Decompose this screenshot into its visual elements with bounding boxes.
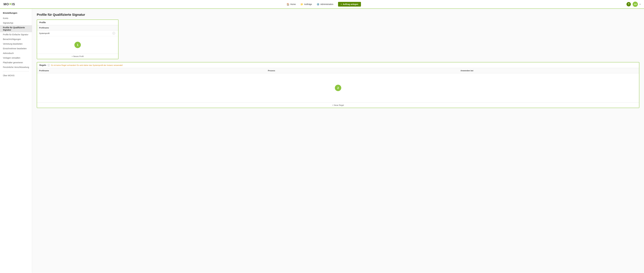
rules-section: Regeln i Es ist keine Regel vorhanden! E… [37, 62, 639, 108]
sidebar-item-benachrichtigungen[interactable]: Benachrichtigungen [0, 37, 32, 41]
profile-info-icon[interactable]: i [112, 32, 115, 34]
header: MO✕IS 🏠 Home 📁 Aufträge ⚙️ Administratio… [0, 0, 644, 9]
sidebar-item-konto[interactable]: Konto [0, 16, 32, 20]
folder-icon: 📁 [300, 3, 303, 6]
profiles-cell-info: i [110, 30, 118, 36]
profiles-table-header-row: Profilname [37, 25, 118, 30]
rules-section-header: Regeln i Es ist keine Regel vorhanden! E… [37, 62, 639, 68]
sidebar: Einstellungen Konto Signaturtyp Profile … [0, 9, 32, 273]
profiles-section-header: Profile [37, 20, 118, 25]
rules-badge: 2 [335, 85, 341, 91]
profiles-table: Profilname Systemprofil i [37, 25, 118, 36]
avatar-chevron-icon[interactable]: ▾ [640, 3, 640, 5]
sidebar-divider [3, 71, 29, 71]
rules-label: Regeln [40, 64, 46, 66]
main-content: Profile für Qualifizierte Signatur Profi… [32, 9, 644, 273]
sidebar-item-profile-einfache[interactable]: Profile für Einfache Signatur [0, 32, 32, 37]
rules-col-actions [627, 68, 639, 73]
sidebar-item-ueber[interactable]: Über MOXIS [0, 73, 32, 78]
home-icon: 🏠 [286, 3, 290, 6]
nav-auftraege[interactable]: 📁 Aufträge [300, 3, 312, 6]
rules-info-icon[interactable]: i [48, 64, 50, 66]
rules-table-header-row: Profilname Prozess Anwenden bei [37, 68, 639, 73]
new-order-label: Auftrag anlegen [343, 3, 358, 5]
sidebar-item-signaturtyp[interactable]: Signaturtyp [0, 20, 32, 25]
rules-col-prozess: Prozess [266, 68, 458, 73]
profiles-badge: 1 [74, 42, 81, 48]
nav-administration-label: Administration [320, 3, 334, 5]
header-right: ? AH ▾ [626, 1, 640, 7]
sidebar-item-vorlagen[interactable]: Vorlagen verwalten [0, 55, 32, 60]
page-title: Profile für Qualifizierte Signatur [37, 13, 639, 17]
rules-col-profilname: Profilname [37, 68, 266, 73]
nav-home[interactable]: 🏠 Home [286, 3, 296, 6]
help-button[interactable]: ? [626, 2, 631, 6]
profiles-section: Profile Profilname Systemprofil i 1 [37, 19, 118, 59]
sidebar-item-einsichnehmer[interactable]: Einsichnehmer bearbeiten [0, 46, 32, 51]
add-rule-button[interactable]: + Neue Regel [37, 102, 639, 108]
add-profile-button[interactable]: + Neues Profil [37, 54, 118, 59]
rules-table: Profilname Prozess Anwenden bei [37, 68, 639, 73]
sidebar-item-vertretung[interactable]: Vertretung bearbeiten [0, 41, 32, 46]
rules-warning: Es ist keine Regel vorhanden! Es wird da… [51, 64, 123, 66]
sidebar-item-profile-qualifizierte[interactable]: Profile für Qualifizierte Signatur [0, 25, 32, 32]
profiles-empty-area: 1 [37, 36, 118, 54]
plus-icon: + [341, 3, 342, 5]
sidebar-item-platzhalter[interactable]: Platzhalter generieren [0, 60, 32, 65]
col-actions-header [110, 25, 118, 30]
rules-col-anwenden: Anwenden bei [458, 68, 627, 73]
sidebar-item-adressbuch[interactable]: Adressbuch [0, 51, 32, 55]
profiles-label: Profile [40, 21, 46, 24]
nav-auftraege-label: Aufträge [304, 3, 312, 5]
sidebar-item-verschluesselung[interactable]: Persönliche Verschlüsselung [0, 65, 32, 69]
avatar[interactable]: AH [632, 1, 638, 7]
profiles-table-row: Systemprofil i [37, 30, 118, 36]
main-nav: 🏠 Home 📁 Aufträge ⚙️ Administration + Au… [21, 2, 626, 6]
nav-administration[interactable]: ⚙️ Administration [316, 3, 334, 6]
gear-icon: ⚙️ [316, 3, 320, 6]
rules-empty-area: 2 [37, 73, 639, 102]
profiles-cell-profilname: Systemprofil [37, 30, 110, 36]
page-layout: Einstellungen Konto Signaturtyp Profile … [0, 9, 644, 273]
sidebar-title: Einstellungen [0, 12, 32, 16]
nav-home-label: Home [290, 3, 296, 5]
logo: MO✕IS [4, 2, 15, 6]
col-profilname-header: Profilname [37, 25, 110, 30]
new-order-button[interactable]: + Auftrag anlegen [338, 2, 361, 6]
